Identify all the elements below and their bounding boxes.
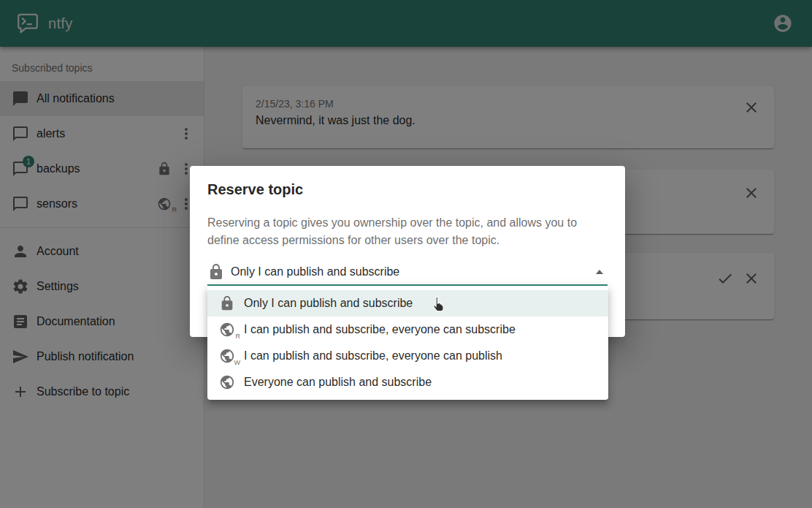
globe-write-icon: W bbox=[219, 348, 235, 364]
menu-item-everyone-write[interactable]: W I can publish and subscribe, everyone … bbox=[207, 343, 608, 369]
chevron-up-icon bbox=[596, 270, 603, 274]
lock-icon bbox=[219, 295, 235, 311]
dialog-description: Reserving a topic gives you ownership ov… bbox=[207, 214, 598, 249]
menu-item-everyone-read-write[interactable]: Everyone can publish and subscribe bbox=[207, 369, 608, 395]
globe-icon bbox=[219, 374, 235, 390]
access-select-menu: Only I can publish and subscribe R I can… bbox=[207, 286, 608, 400]
ntfy-app: ntfy Subscribed topics All notifications… bbox=[0, 0, 812, 508]
dialog-title: Reserve topic bbox=[207, 181, 608, 198]
menu-item-label: I can publish and subscribe, everyone ca… bbox=[244, 323, 516, 336]
menu-item-everyone-read[interactable]: R I can publish and subscribe, everyone … bbox=[207, 316, 608, 343]
globe-letter: R bbox=[236, 333, 241, 340]
lock-icon bbox=[207, 263, 225, 281]
menu-item-label: Only I can publish and subscribe bbox=[244, 297, 413, 310]
globe-letter: W bbox=[234, 359, 241, 366]
access-select[interactable]: Only I can publish and subscribe bbox=[207, 259, 608, 286]
menu-item-label: Everyone can publish and subscribe bbox=[244, 376, 432, 389]
menu-item-only-me[interactable]: Only I can publish and subscribe bbox=[207, 290, 608, 316]
access-select-value: Only I can publish and subscribe bbox=[231, 265, 399, 278]
menu-item-label: I can publish and subscribe, everyone ca… bbox=[244, 349, 502, 363]
globe-read-icon: R bbox=[219, 322, 235, 338]
